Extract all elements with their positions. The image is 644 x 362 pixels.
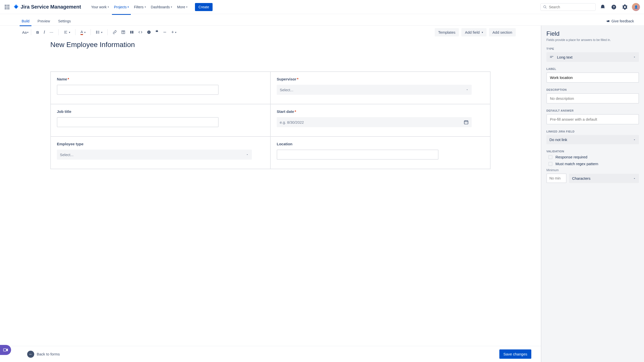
field-start-date[interactable]: Start date* e.g. 8/30/2022 <box>270 104 490 136</box>
calendar-icon <box>464 120 469 125</box>
tab-build[interactable]: Build <box>20 17 31 26</box>
svg-text:i: i <box>149 31 149 33</box>
long-text-icon <box>549 55 554 59</box>
chevron-down-icon <box>633 56 636 59</box>
sub-tabs: Build Preview Settings Give feedback <box>0 14 644 26</box>
align-dropdown[interactable]: ▾ <box>62 29 72 36</box>
svg-rect-6 <box>5 8 6 9</box>
top-navigation: Jira Service Management Your work▾ Proje… <box>0 0 644 14</box>
svg-line-10 <box>545 7 546 8</box>
field-default-input[interactable] <box>546 114 639 124</box>
tab-preview[interactable]: Preview <box>35 17 52 26</box>
help-icon[interactable]: ? <box>610 3 618 11</box>
back-to-forms-button[interactable]: ← Back to forms <box>27 351 60 358</box>
jira-icon <box>13 4 19 10</box>
supervisor-select[interactable]: Select... <box>277 85 472 95</box>
search-input[interactable] <box>549 5 593 9</box>
link-button[interactable] <box>111 29 119 36</box>
product-logo[interactable]: Jira Service Management <box>13 4 81 10</box>
nav-dashboards[interactable]: Dashboards▾ <box>149 4 174 11</box>
svg-point-18 <box>96 33 97 33</box>
settings-icon[interactable] <box>621 3 629 11</box>
field-label-input[interactable] <box>546 72 639 83</box>
svg-marker-37 <box>6 349 8 351</box>
search-box[interactable] <box>540 3 596 11</box>
italic-button[interactable]: I <box>42 28 47 36</box>
editor-footer: ← Back to forms Save changes <box>0 346 541 362</box>
panel-subtitle: Fields provide a place for answers to be… <box>546 38 639 42</box>
form-table: Name* Supervisor* Select... Job title <box>50 71 491 169</box>
quote-button[interactable]: ❝ <box>153 28 160 37</box>
save-changes-button[interactable]: Save changes <box>499 349 531 359</box>
svg-text:?: ? <box>613 5 615 9</box>
app-switcher-icon[interactable] <box>4 4 10 10</box>
field-properties-panel: Field Fields provide a place for answers… <box>541 26 644 362</box>
add-section-button[interactable]: Add section <box>489 28 516 36</box>
create-button[interactable]: Create <box>195 3 213 11</box>
text-style-dropdown[interactable]: Aa▾ <box>20 29 30 36</box>
nav-filters[interactable]: Filters▾ <box>132 4 148 11</box>
field-employee-type[interactable]: Employee type Select... <box>51 137 270 169</box>
add-field-button[interactable]: Add field▾ <box>461 28 486 36</box>
svg-rect-0 <box>5 5 6 6</box>
tab-settings[interactable]: Settings <box>56 17 73 26</box>
code-button[interactable] <box>136 29 144 36</box>
field-name[interactable]: Name* <box>51 72 270 104</box>
product-name: Jira Service Management <box>21 4 81 10</box>
editor-pane: Aa▾ B I ⋯ ▾ A▾ ▾ <box>0 26 541 362</box>
svg-rect-1 <box>7 5 8 6</box>
chevron-down-icon <box>466 88 469 91</box>
svg-rect-3 <box>5 7 6 8</box>
templates-button[interactable]: Templates <box>435 28 459 36</box>
svg-rect-8 <box>8 8 9 9</box>
divider-button[interactable] <box>161 29 169 36</box>
svg-rect-26 <box>132 31 133 34</box>
list-dropdown[interactable]: ▾ <box>94 29 104 36</box>
chevron-down-icon <box>633 138 636 141</box>
user-avatar[interactable]: 👤 <box>632 3 640 11</box>
svg-rect-5 <box>8 7 9 8</box>
notifications-icon[interactable] <box>599 3 607 11</box>
info-button[interactable]: i <box>145 29 153 36</box>
nav-projects[interactable]: Projects▾ <box>112 4 131 11</box>
employee-type-select[interactable]: Select... <box>57 150 252 160</box>
text-color-dropdown[interactable]: A▾ <box>78 28 88 36</box>
editor-toolbar: Aa▾ B I ⋯ ▾ A▾ ▾ <box>0 26 541 39</box>
field-description-input[interactable] <box>546 93 639 104</box>
chevron-down-icon <box>246 153 249 156</box>
min-unit-select[interactable]: Characters <box>569 174 639 183</box>
field-job-title[interactable]: Job title <box>51 104 270 136</box>
linked-jira-field-select[interactable]: Do not link <box>546 135 639 144</box>
more-formatting-button[interactable]: ⋯ <box>48 28 55 36</box>
video-fab[interactable] <box>0 345 11 355</box>
insert-dropdown[interactable]: +▾ <box>169 28 179 36</box>
location-input[interactable] <box>277 150 438 160</box>
field-supervisor[interactable]: Supervisor* Select... <box>270 72 490 104</box>
svg-rect-4 <box>7 7 8 8</box>
table-button[interactable] <box>119 29 127 36</box>
svg-rect-36 <box>4 349 7 351</box>
give-feedback-button[interactable]: Give feedback <box>603 17 637 25</box>
svg-rect-30 <box>464 121 468 124</box>
svg-point-16 <box>96 31 97 31</box>
megaphone-icon <box>606 19 610 23</box>
nav-your-work[interactable]: Your work▾ <box>89 4 111 11</box>
name-input[interactable] <box>57 85 219 95</box>
bold-button[interactable]: B <box>34 29 41 36</box>
layout-button[interactable] <box>128 29 136 36</box>
regex-checkbox[interactable]: Must match regex pattern <box>546 162 639 166</box>
search-icon <box>543 5 547 9</box>
chevron-down-icon <box>633 177 636 180</box>
field-type-select[interactable]: Long text <box>546 52 639 62</box>
start-date-input[interactable]: e.g. 8/30/2022 <box>277 117 472 127</box>
field-location[interactable]: Location <box>270 137 490 169</box>
video-icon <box>3 347 8 352</box>
form-title[interactable]: New Employee Information <box>50 41 491 49</box>
svg-rect-2 <box>8 5 9 6</box>
response-required-checkbox[interactable]: Response required <box>546 155 639 159</box>
nav-more[interactable]: More▾ <box>175 4 189 11</box>
svg-point-9 <box>544 6 546 8</box>
back-arrow-icon: ← <box>27 351 34 358</box>
job-title-input[interactable] <box>57 117 219 127</box>
min-value-input[interactable] <box>546 173 567 183</box>
